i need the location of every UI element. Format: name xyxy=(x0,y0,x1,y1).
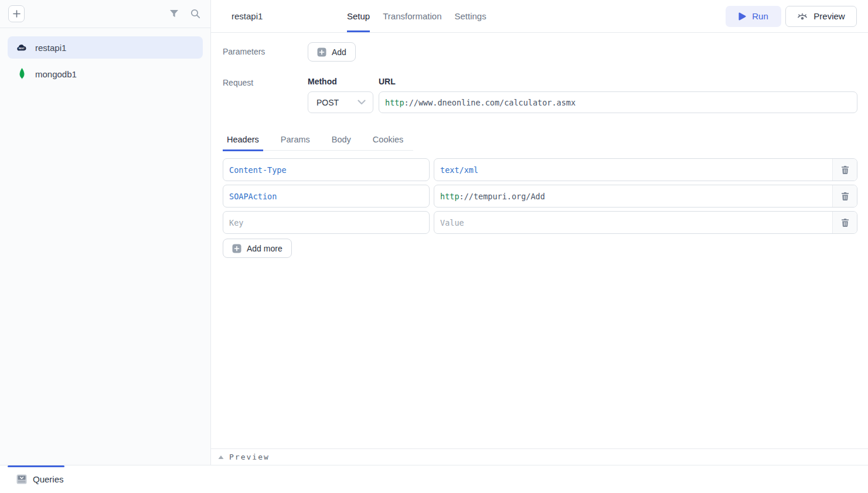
trash-icon xyxy=(841,218,849,227)
query-editor-header: restapi1 Setup Transformation Settings R… xyxy=(211,0,868,33)
query-list: REST restapi1 mongodb1 xyxy=(0,28,210,97)
add-parameter-button[interactable]: Add xyxy=(308,42,356,62)
query-item-restapi1[interactable]: REST restapi1 xyxy=(8,36,203,59)
header-value-wrap xyxy=(434,211,857,234)
preview-collapse-bar[interactable]: Preview xyxy=(211,448,868,465)
play-icon xyxy=(738,12,746,21)
header-key-text: SOAPAction xyxy=(229,192,277,201)
queries-panel-tab[interactable]: Queries xyxy=(16,474,64,484)
query-item-label: restapi1 xyxy=(35,43,66,53)
header-value-wrap: text/xml xyxy=(434,158,857,181)
url-field: URL http://www.dneonline.com/calculator.… xyxy=(379,77,857,113)
method-field: Method POST xyxy=(308,77,373,113)
plus-icon xyxy=(13,10,21,18)
method-select[interactable]: POST xyxy=(308,91,373,113)
header-value-rest: ://tempuri.org/Add xyxy=(459,192,545,201)
method-label: Method xyxy=(308,77,373,86)
eye-icon xyxy=(797,12,808,21)
header-actions: Run Preview xyxy=(726,6,857,27)
header-value-field[interactable] xyxy=(440,218,826,227)
header-key-input[interactable] xyxy=(223,211,430,234)
tab-settings[interactable]: Settings xyxy=(455,0,486,32)
tab-transformation[interactable]: Transformation xyxy=(383,0,441,32)
trash-icon xyxy=(841,192,849,201)
header-key-text: Content-Type xyxy=(229,165,287,175)
add-more-label: Add more xyxy=(247,244,282,253)
plus-square-icon xyxy=(232,244,241,253)
request-detail-tabs: Headers Params Body Cookies xyxy=(223,132,413,151)
query-sidebar: REST restapi1 mongodb1 xyxy=(0,0,211,465)
query-title[interactable]: restapi1 xyxy=(232,11,347,21)
url-input[interactable]: http://www.dneonline.com/calculator.asmx xyxy=(379,91,857,113)
method-value: POST xyxy=(316,98,358,107)
setup-panel: Parameters Add Request Method POST xyxy=(211,33,868,448)
header-row-empty xyxy=(223,211,857,234)
tab-setup[interactable]: Setup xyxy=(347,0,370,32)
active-panel-indicator xyxy=(8,465,64,467)
trash-icon xyxy=(841,165,849,175)
preview-button-label: Preview xyxy=(813,11,845,21)
mongodb-leaf-icon xyxy=(16,68,28,80)
header-value-input[interactable] xyxy=(434,212,832,233)
query-item-label: mongodb1 xyxy=(35,69,77,79)
request-label: Request xyxy=(223,77,308,87)
header-row-1: Content-Type text/xml xyxy=(223,158,857,181)
tab-params[interactable]: Params xyxy=(277,132,314,151)
url-scheme: http xyxy=(385,98,404,107)
tab-body[interactable]: Body xyxy=(328,132,355,151)
header-value-input[interactable]: http://tempuri.org/Add xyxy=(434,185,832,207)
header-row-2: SOAPAction http://tempuri.org/Add xyxy=(223,185,857,208)
tab-cookies[interactable]: Cookies xyxy=(369,132,407,151)
search-icon[interactable] xyxy=(188,7,202,21)
delete-header-button[interactable] xyxy=(832,212,857,233)
url-label: URL xyxy=(379,77,857,86)
rest-api-cloud-icon: REST xyxy=(16,43,28,52)
header-key-input[interactable]: SOAPAction xyxy=(223,185,430,208)
svg-text:REST: REST xyxy=(19,47,25,50)
header-value-text: text/xml xyxy=(440,165,478,175)
add-query-button[interactable] xyxy=(8,5,25,22)
add-more-button[interactable]: Add more xyxy=(223,239,292,258)
query-editor: restapi1 Setup Transformation Settings R… xyxy=(211,0,868,465)
preview-button[interactable]: Preview xyxy=(785,6,857,27)
filter-icon[interactable] xyxy=(167,7,181,21)
delete-header-button[interactable] xyxy=(832,185,857,207)
run-button-label: Run xyxy=(752,11,768,21)
sidebar-header xyxy=(0,0,210,28)
collapse-up-icon xyxy=(218,455,224,460)
editor-tabs: Setup Transformation Settings xyxy=(347,0,486,32)
header-key-field[interactable] xyxy=(229,218,423,227)
queries-icon xyxy=(16,474,27,484)
query-item-mongodb1[interactable]: mongodb1 xyxy=(8,63,203,85)
header-value-wrap: http://tempuri.org/Add xyxy=(434,185,857,208)
header-key-input[interactable]: Content-Type xyxy=(223,158,430,181)
tab-headers[interactable]: Headers xyxy=(223,132,263,151)
add-parameter-label: Add xyxy=(332,47,346,57)
preview-bar-label: Preview xyxy=(229,453,270,461)
parameters-label: Parameters xyxy=(223,42,308,56)
parameters-section: Parameters Add xyxy=(223,42,857,62)
header-value-input[interactable]: text/xml xyxy=(434,159,832,181)
request-section: Request Method POST URL http://www.dneon… xyxy=(223,77,857,113)
header-value-scheme: http xyxy=(440,192,459,201)
run-button[interactable]: Run xyxy=(726,6,781,27)
url-rest: ://www.dneonline.com/calculator.asmx xyxy=(404,98,576,107)
headers-list: Content-Type text/xml xyxy=(223,158,857,234)
queries-tab-label: Queries xyxy=(33,474,64,484)
app: REST restapi1 mongodb1 restapi1 Setu xyxy=(0,0,868,465)
delete-header-button[interactable] xyxy=(832,159,857,181)
chevron-down-icon xyxy=(358,100,366,105)
plus-square-icon xyxy=(317,47,326,57)
bottom-panel-bar: Queries xyxy=(0,465,868,493)
